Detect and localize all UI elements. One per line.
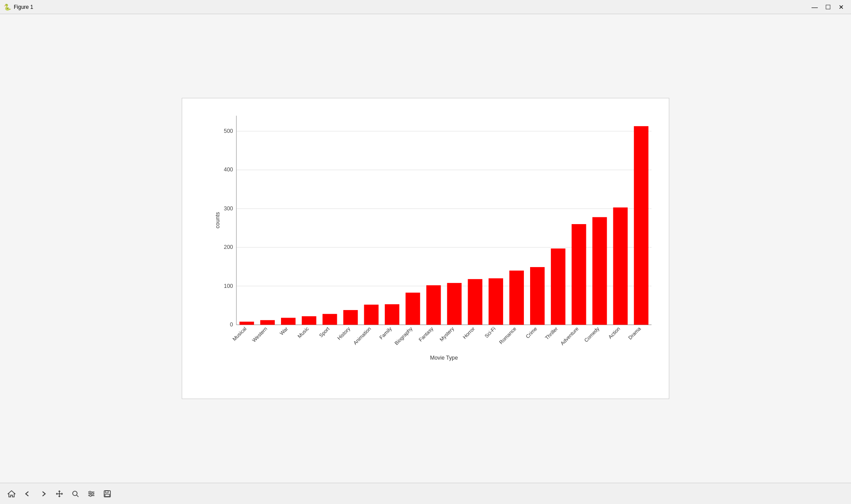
svg-text:Comedy: Comedy [583, 326, 601, 343]
main-content: 0100200300400500MusicalWesternWarMusicSp… [0, 14, 851, 483]
pan-icon [55, 490, 63, 498]
svg-text:400: 400 [224, 167, 233, 173]
save-button[interactable] [100, 487, 114, 501]
save-icon [103, 490, 111, 498]
svg-text:Sport: Sport [318, 326, 331, 338]
forward-icon [39, 490, 47, 498]
svg-text:counts: counts [215, 212, 221, 229]
svg-text:Sci-Fi: Sci-Fi [484, 326, 496, 339]
svg-rect-46 [572, 224, 586, 325]
svg-text:Musical: Musical [231, 326, 247, 342]
close-button[interactable]: ✕ [835, 1, 847, 13]
svg-text:Movie Type: Movie Type [430, 355, 458, 361]
svg-text:Romance: Romance [498, 326, 517, 345]
svg-rect-52 [634, 126, 648, 325]
svg-rect-18 [281, 318, 296, 325]
app-icon: 🐍 [4, 4, 11, 11]
svg-text:Crime: Crime [525, 326, 538, 339]
svg-text:Drama: Drama [627, 326, 642, 340]
svg-marker-56 [8, 491, 15, 497]
svg-rect-34 [447, 283, 462, 325]
home-icon [8, 490, 16, 498]
svg-text:Action: Action [607, 326, 621, 340]
maximize-button[interactable]: ☐ [822, 1, 834, 13]
svg-rect-38 [488, 278, 503, 325]
title-bar: 🐍 Figure 1 — ☐ ✕ [0, 0, 851, 14]
svg-rect-22 [323, 314, 337, 325]
svg-text:200: 200 [224, 244, 233, 250]
svg-rect-42 [530, 267, 545, 325]
svg-rect-26 [364, 305, 379, 325]
bottom-toolbar [0, 483, 851, 504]
svg-text:Thriller: Thriller [544, 326, 559, 341]
svg-point-59 [73, 491, 77, 496]
settings-button[interactable] [84, 487, 98, 501]
svg-text:History: History [336, 326, 351, 341]
forward-button[interactable] [36, 487, 51, 501]
svg-rect-30 [406, 293, 420, 325]
svg-rect-40 [509, 271, 524, 325]
title-bar-controls: — ☐ ✕ [808, 1, 847, 13]
svg-text:0: 0 [230, 322, 233, 328]
svg-rect-44 [551, 248, 566, 325]
back-button[interactable] [20, 487, 35, 501]
svg-rect-69 [105, 494, 109, 496]
svg-text:War: War [279, 326, 289, 336]
svg-text:Fantasy: Fantasy [418, 326, 434, 343]
svg-rect-36 [468, 279, 483, 325]
svg-text:Adventure: Adventure [559, 326, 579, 346]
title-bar-left: 🐍 Figure 1 [4, 4, 33, 11]
svg-rect-32 [426, 285, 441, 325]
svg-text:Family: Family [379, 326, 393, 341]
minimize-button[interactable]: — [808, 1, 821, 13]
settings-icon [87, 490, 95, 498]
svg-text:Western: Western [251, 326, 268, 343]
zoom-button[interactable] [68, 487, 82, 501]
zoom-icon [71, 490, 79, 498]
bar-chart: 0100200300400500MusicalWesternWarMusicSp… [213, 107, 660, 363]
svg-text:Mystery: Mystery [439, 326, 455, 342]
svg-rect-24 [343, 310, 358, 325]
svg-point-66 [90, 495, 91, 496]
chart-container: 0100200300400500MusicalWesternWarMusicSp… [182, 98, 669, 399]
svg-rect-48 [593, 217, 607, 325]
svg-line-60 [77, 495, 78, 497]
svg-text:500: 500 [224, 128, 233, 134]
svg-point-64 [89, 491, 91, 493]
svg-rect-16 [260, 320, 275, 325]
svg-rect-14 [239, 322, 254, 325]
svg-text:Biography: Biography [394, 326, 414, 346]
svg-rect-50 [613, 207, 628, 325]
svg-text:100: 100 [224, 283, 233, 289]
pan-button[interactable] [52, 487, 66, 501]
svg-rect-20 [302, 316, 316, 325]
svg-rect-28 [385, 304, 399, 325]
svg-text:Music: Music [297, 326, 310, 339]
svg-text:Animation: Animation [352, 326, 372, 346]
svg-text:Horror: Horror [462, 326, 476, 340]
svg-text:300: 300 [224, 205, 233, 212]
back-icon [23, 490, 31, 498]
home-button[interactable] [4, 487, 19, 501]
window-title: Figure 1 [14, 4, 33, 10]
svg-point-65 [92, 493, 94, 495]
